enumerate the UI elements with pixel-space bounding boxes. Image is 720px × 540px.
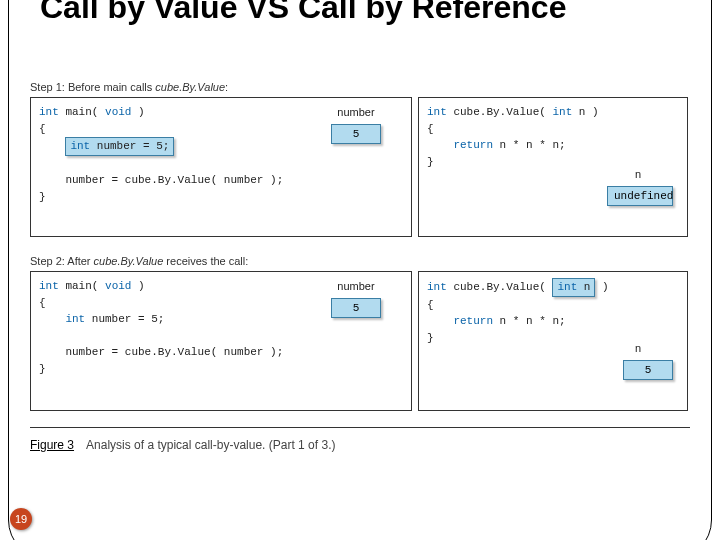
step2-fn-val: 5 [623,360,673,380]
figure-label: Figure 3 [30,438,74,452]
step2-main-var: number [331,280,381,292]
step1-main-code: int main( void ) { int number = 5; numbe… [39,104,403,205]
step1-label: Step 1: Before main calls cube.By.Value: [30,81,690,93]
step1-row: int main( void ) { int number = 5; numbe… [30,97,690,237]
step1-fn-code: int cube.By.Value( int n ) { return n * … [427,104,679,170]
step1-main-panel: int main( void ) { int number = 5; numbe… [30,97,412,237]
step2-fn-code: int cube.By.Value( int n ) { return n * … [427,278,679,346]
figure-caption: Analysis of a typical call-by-value. (Pa… [86,438,335,452]
step2-fn-var: n [613,342,663,354]
step1-fn-val: undefined [607,186,673,206]
step1-main-var: number [331,106,381,118]
step1-fn-panel: int cube.By.Value( int n ) { return n * … [418,97,688,237]
step2-label-fn: cube.By.Value [94,255,164,267]
step2-main-val: 5 [331,298,381,318]
step1-label-post: : [225,81,228,93]
step2-label-post: receives the call: [163,255,248,267]
step2-label: Step 2: After cube.By.Value receives the… [30,255,690,267]
step2-fn-highlight: int n [552,278,595,297]
step2-main-code: int main( void ) { int number = 5; numbe… [39,278,403,377]
page-title: Call by Value VS Call by Reference [40,0,566,25]
step2-main-panel: int main( void ) { int number = 5; numbe… [30,271,412,411]
step1-fn-var: n [613,168,663,180]
step2-fn-panel: int cube.By.Value( int n ) { return n * … [418,271,688,411]
slide-number-badge: 19 [10,508,32,530]
step1-main-val: 5 [331,124,381,144]
slide-body: Step 1: Before main calls cube.By.Value:… [30,75,690,452]
figure-caption-row: Figure 3 Analysis of a typical call-by-v… [30,438,690,452]
step2-label-pre: Step 2: After [30,255,94,267]
step1-label-fn: cube.By.Value [155,81,225,93]
step2-row: int main( void ) { int number = 5; numbe… [30,271,690,411]
step1-main-highlight: int number = 5; [65,137,174,156]
step1-label-pre: Step 1: Before main calls [30,81,155,93]
divider [30,427,690,428]
